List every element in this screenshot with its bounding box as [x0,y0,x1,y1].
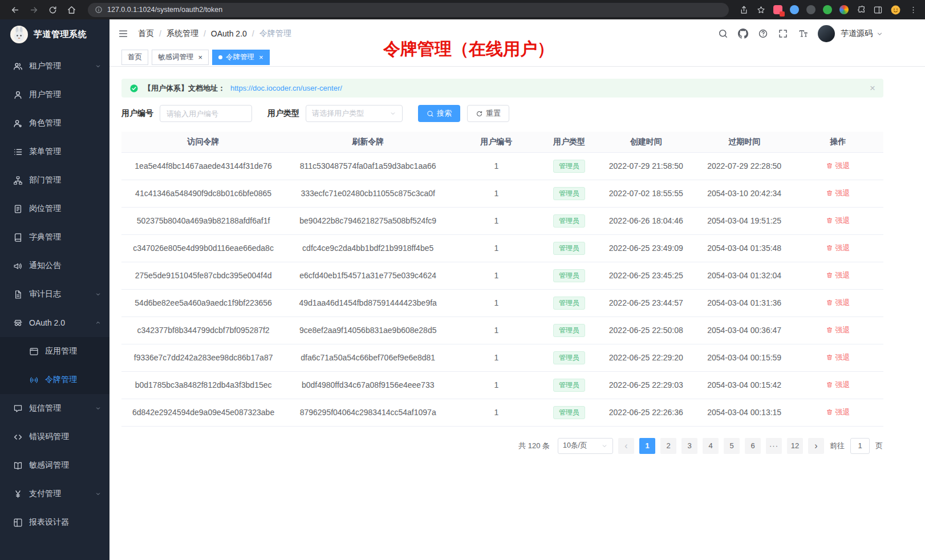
goto-page-input[interactable] [850,438,870,454]
page-button-6[interactable]: 6 [745,438,761,454]
sidebar-item-4[interactable]: 菜单管理 [0,137,109,166]
browser-profile-avatar[interactable] [890,5,901,15]
share-icon[interactable] [739,5,749,15]
browser-menu-icon[interactable] [908,5,918,15]
sidebar-item-3[interactable]: 角色管理 [0,109,109,137]
sidebar-item-7[interactable]: 字典管理 [0,223,109,251]
chevron-up-icon [95,319,102,326]
url-bar[interactable]: 127.0.0.1:1024/system/oauth2/token [88,3,729,17]
sidebar-item-11[interactable]: 应用管理 [0,337,109,366]
page-button-1[interactable]: 1 [639,438,655,454]
trash-icon [826,299,833,306]
users-icon [13,62,23,71]
tab-item-2[interactable]: 敏感词管理× [152,50,209,65]
sidebar-item-15[interactable]: 敏感词管理 [0,451,109,480]
action-cell: 强退 [793,180,883,207]
font-size-icon[interactable] [798,29,808,39]
force-logout-button[interactable]: 强退 [826,188,850,198]
user-id-cell: 1 [451,371,542,399]
page-size-select[interactable]: 10条/页 [558,438,613,454]
search-icon[interactable] [718,29,728,39]
trash-icon [826,381,833,388]
app-logo[interactable]: 芋道管理系统 [0,19,109,49]
close-icon[interactable]: × [259,54,263,61]
extension-green-icon[interactable] [823,5,832,14]
force-logout-button[interactable]: 强退 [826,161,850,171]
caret-down-icon[interactable] [876,30,883,38]
extension-pinwheel-icon[interactable] [839,5,849,14]
page-button-3[interactable]: 3 [681,438,697,454]
sidebar-item-17[interactable]: 报表设计器 [0,508,109,537]
close-icon[interactable]: × [198,54,203,61]
close-icon[interactable]: × [870,83,875,93]
help-icon[interactable] [758,29,768,39]
page-ellipsis[interactable]: ··· [766,438,782,454]
extension-blue-icon[interactable] [790,5,799,14]
sidebar-item-5[interactable]: 部门管理 [0,166,109,194]
forward-icon[interactable] [29,5,39,15]
trash-icon [826,354,833,361]
sidebar-item-14[interactable]: 错误码管理 [0,423,109,451]
back-icon[interactable] [10,5,20,15]
user-id-input[interactable] [160,105,252,122]
hamburger-icon[interactable] [118,29,128,39]
force-logout-button[interactable]: 强退 [826,325,850,335]
breadcrumb-item-3[interactable]: OAuth 2.0 [211,29,247,38]
user-type-badge: 管理员 [553,160,585,173]
sidebar-item-16[interactable]: 支付管理 [0,480,109,508]
sidebar-item-1[interactable]: 租户管理 [0,52,109,80]
access-token-cell: c342377bf8b344799dcbf7bf095287f2 [121,316,285,344]
sidebar-item-9[interactable]: 审计日志 [0,280,109,309]
bookmark-star-icon[interactable] [756,5,766,15]
force-logout-button[interactable]: 强退 [826,243,850,253]
alert-doc-link[interactable]: https://doc.iocoder.cn/user-center/ [230,84,342,92]
expire-time-cell: 2054-03-04 00:15:42 [696,371,793,399]
force-logout-button[interactable]: 强退 [826,352,850,363]
breadcrumb-item-1[interactable]: 首页 [138,29,154,39]
extensions-puzzle-icon[interactable] [856,5,866,15]
github-icon[interactable] [738,29,748,39]
sidebar-item-12[interactable]: 令牌管理 [0,366,109,394]
sidebar-item-6[interactable]: 岗位管理 [0,194,109,223]
refresh-icon[interactable] [48,5,58,15]
breadcrumb-item-4[interactable]: 令牌管理 [259,29,291,39]
force-logout-button[interactable]: 强退 [826,298,850,308]
access-token-cell: 502375b8040a469a9b82188afdf6af1f [121,207,285,234]
table-row: 1ea5e44f8bc1467aaede43144f31de76811c5304… [121,152,883,180]
fullscreen-icon[interactable] [778,29,788,39]
next-page-button[interactable]: › [808,438,824,454]
tab-item-3[interactable]: 令牌管理× [212,50,270,65]
browser-chrome: 127.0.0.1:1024/system/oauth2/token [0,0,925,19]
page-button-2[interactable]: 2 [660,438,676,454]
side-panel-icon[interactable] [873,5,883,15]
extension-red-icon[interactable] [773,5,782,14]
home-icon[interactable] [67,5,76,15]
force-logout-button[interactable]: 强退 [826,270,850,281]
page-button-12[interactable]: 12 [787,438,803,454]
force-logout-button[interactable]: 强退 [826,380,850,390]
action-label: 强退 [835,380,850,390]
sidebar-item-8[interactable]: 通知公告 [0,251,109,280]
breadcrumb-item-2[interactable]: 系统管理 [167,29,198,39]
force-logout-button[interactable]: 强退 [826,407,850,417]
extension-dark-icon[interactable] [806,5,816,14]
user-avatar[interactable] [818,25,835,42]
user-type-select[interactable]: 请选择用户类型 [306,105,403,122]
sidebar-item-10[interactable]: OAuth 2.0 [0,309,109,337]
sidebar-item-13[interactable]: 短信管理 [0,394,109,423]
refresh-token-cell: b0df4980ffd34c67a08f9156e4eee733 [285,371,451,399]
page-button-4[interactable]: 4 [703,438,719,454]
force-logout-button[interactable]: 强退 [826,216,850,226]
user-type-badge: 管理员 [553,242,585,255]
sidebar-item-2[interactable]: 用户管理 [0,80,109,109]
prev-page-button[interactable]: ‹ [618,438,634,454]
access-token-cell: 1ea5e44f8bc1467aaede43144f31de76 [121,152,285,180]
search-button[interactable]: 搜索 [418,105,460,122]
sidebar-item-label: 支付管理 [29,489,88,499]
reset-button[interactable]: 重置 [467,105,509,122]
tab-item-1[interactable]: 首页 [121,50,148,65]
page-button-5[interactable]: 5 [724,438,740,454]
column-header: 过期时间 [696,132,793,152]
user-name[interactable]: 芋道源码 [841,29,873,39]
tree-icon [13,176,23,185]
